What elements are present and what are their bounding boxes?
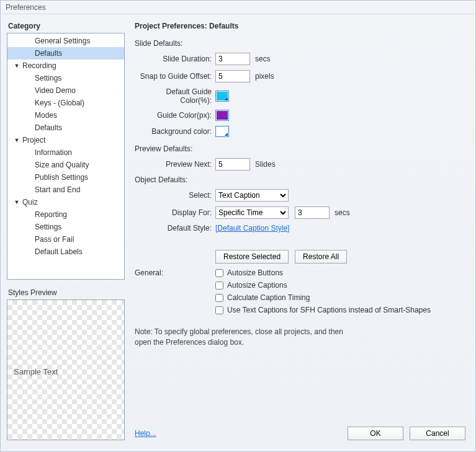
guide-color-px-swatch[interactable]	[215, 110, 229, 121]
page-title: Project Preferences: Defaults	[135, 22, 469, 30]
display-for-seconds-input[interactable]	[295, 206, 330, 219]
tree-item-settings[interactable]: Settings	[7, 72, 124, 84]
object-select-combo[interactable]: Text Caption	[215, 189, 289, 202]
calc-caption-timing-label: Calculate Caption Timing	[227, 293, 310, 302]
slide-duration-input[interactable]	[215, 53, 250, 65]
ok-button[interactable]: OK	[348, 427, 403, 440]
general-title: General:	[135, 268, 215, 277]
tree-item-label: Quiz	[22, 198, 38, 206]
tree-item-start-and-end[interactable]: Start and End	[7, 184, 124, 196]
slide-duration-unit: secs	[255, 55, 271, 63]
tree-item-label: Modes	[35, 111, 57, 120]
preview-next-input[interactable]	[215, 158, 250, 171]
use-text-captions-checkbox[interactable]	[215, 306, 223, 314]
restore-all-button[interactable]: Restore All	[295, 250, 347, 264]
tree-item-label: Recording	[22, 61, 56, 70]
display-for-unit: secs	[335, 208, 350, 217]
tree-item-keys-global-[interactable]: Keys - (Global)	[7, 97, 124, 109]
tree-item-label: Start and End	[35, 185, 80, 194]
tree-item-label: Size and Quality	[35, 161, 89, 169]
styles-preview-box: Sample Text	[7, 299, 125, 440]
tree-item-recording[interactable]: ▼Recording	[7, 60, 124, 72]
tree-item-pass-or-fail[interactable]: Pass or Fail	[7, 233, 124, 246]
snap-offset-label: Snap to Guide Offset:	[135, 72, 215, 81]
tree-item-publish-settings[interactable]: Publish Settings	[7, 171, 124, 184]
tree-item-label: Settings	[35, 74, 61, 82]
tree-item-video-demo[interactable]: Video Demo	[7, 84, 124, 97]
help-link[interactable]: Help...	[135, 429, 156, 438]
display-for-label: Display For:	[135, 208, 215, 217]
use-text-captions-label: Use Text Captions for SFH Captions inste…	[227, 306, 431, 314]
default-style-label: Default Style:	[135, 224, 215, 233]
tree-item-defaults[interactable]: Defaults	[7, 122, 124, 134]
autosize-buttons-label: Autosize Buttons	[227, 268, 283, 277]
slide-duration-label: Slide Duration:	[135, 55, 215, 63]
tree-item-label: Publish Settings	[35, 173, 88, 182]
guide-color-px-label: Guide Color(px):	[135, 111, 215, 120]
tree-item-label: Pass or Fail	[35, 235, 74, 244]
autosize-buttons-checkbox[interactable]	[215, 269, 223, 277]
preview-next-label: Preview Next:	[135, 160, 215, 169]
category-heading: Category	[8, 22, 125, 30]
left-column: Category General SettingsDefaults▼Record…	[7, 20, 125, 440]
background-color-label: Background color:	[135, 127, 215, 136]
object-defaults-title: Object Defaults:	[135, 175, 469, 184]
default-style-link[interactable]: [Default Caption Style]	[215, 224, 289, 233]
restore-selected-button[interactable]: Restore Selected	[215, 250, 289, 264]
cancel-button[interactable]: Cancel	[410, 427, 465, 440]
calc-caption-timing-checkbox[interactable]	[215, 294, 223, 302]
window-title: Preferences	[1, 1, 475, 14]
preferences-note: Note: To specify global preferences, clo…	[135, 327, 358, 348]
tree-item-project[interactable]: ▼Project	[7, 134, 124, 146]
tree-item-label: Default Labels	[35, 247, 83, 256]
object-select-label: Select:	[135, 191, 215, 200]
preview-next-unit: Slides	[255, 160, 276, 169]
dialog-footer: Help... OK Cancel	[135, 427, 469, 440]
tree-item-label: Keys - (Global)	[35, 99, 84, 107]
tree-item-label: Project	[22, 136, 45, 144]
tree-item-reporting[interactable]: Reporting	[7, 208, 124, 221]
tree-item-modes[interactable]: Modes	[7, 109, 124, 122]
tree-item-default-labels[interactable]: Default Labels	[7, 246, 124, 258]
guide-color-pct-label: Default Guide Color(%):	[135, 87, 215, 105]
tree-item-label: Reporting	[35, 210, 67, 219]
tree-item-information[interactable]: Information	[7, 146, 124, 159]
preview-defaults-title: Preview Defaults:	[135, 144, 469, 153]
guide-color-pct-swatch[interactable]	[215, 91, 229, 102]
autosize-captions-checkbox[interactable]	[215, 281, 223, 290]
tree-item-quiz[interactable]: ▼Quiz	[7, 196, 124, 208]
tree-item-label: Settings	[35, 223, 61, 231]
window-body: Category General SettingsDefaults▼Record…	[1, 14, 475, 451]
tree-item-size-and-quality[interactable]: Size and Quality	[7, 159, 124, 171]
preferences-window: Preferences Category General SettingsDef…	[0, 0, 476, 452]
tree-item-general-settings[interactable]: General Settings	[7, 35, 124, 47]
slide-defaults-title: Slide Defaults:	[135, 39, 469, 48]
styles-preview-label: Styles Preview	[8, 288, 125, 297]
autosize-captions-label: Autosize Captions	[227, 281, 287, 290]
tree-item-label: Defaults	[35, 49, 62, 58]
tree-item-label: Defaults	[35, 123, 62, 132]
snap-offset-unit: pixels	[255, 72, 274, 81]
disclosure-triangle-icon[interactable]: ▼	[12, 199, 21, 205]
tree-item-defaults[interactable]: Defaults	[7, 47, 124, 60]
tree-item-label: General Settings	[35, 37, 90, 45]
snap-offset-input[interactable]	[215, 70, 250, 82]
tree-item-settings[interactable]: Settings	[7, 221, 124, 233]
disclosure-triangle-icon[interactable]: ▼	[12, 63, 21, 69]
disclosure-triangle-icon[interactable]: ▼	[12, 137, 21, 143]
background-color-swatch[interactable]	[215, 126, 229, 137]
tree-item-label: Video Demo	[35, 86, 76, 95]
sample-text: Sample Text	[14, 367, 58, 376]
right-column: Project Preferences: Defaults Slide Defa…	[135, 20, 469, 440]
category-tree[interactable]: General SettingsDefaults▼RecordingSettin…	[7, 33, 125, 280]
display-for-combo[interactable]: Specific Time	[215, 206, 289, 219]
tree-item-label: Information	[35, 148, 72, 157]
